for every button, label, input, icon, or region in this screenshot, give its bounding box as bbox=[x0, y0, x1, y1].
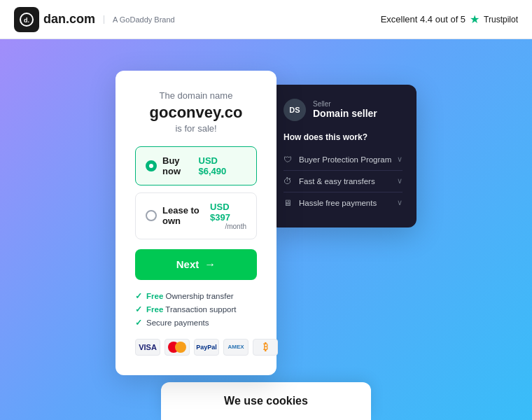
shield-icon: 🛡 bbox=[284, 155, 293, 164]
seller-avatar: DS bbox=[284, 99, 306, 121]
header-left: d. dan.com A GoDaddy Brand bbox=[14, 7, 175, 32]
star-icon: ★ bbox=[470, 13, 479, 26]
buy-now-label: Buy now bbox=[162, 155, 199, 176]
payments-text: Hassle free payments bbox=[299, 199, 377, 207]
chevron-down-icon-1: ∨ bbox=[397, 155, 402, 164]
transfers-text: Fast & easy transfers bbox=[299, 177, 375, 186]
lease-option[interactable]: Lease to own USD $397 /month bbox=[135, 192, 257, 239]
chevron-down-icon-3: ∨ bbox=[397, 198, 402, 207]
arrow-icon: → bbox=[204, 258, 216, 271]
how-item-left-3: 🖥 Hassle free payments bbox=[284, 198, 377, 208]
seller-label: Seller bbox=[313, 100, 377, 108]
cookie-title: We use cookies bbox=[224, 395, 308, 407]
amex-icon: AMEX bbox=[223, 339, 248, 356]
godaddy-brand: A GoDaddy Brand bbox=[104, 15, 175, 24]
seller-name: Domain seller bbox=[313, 108, 377, 119]
clock-icon: ⏱ bbox=[284, 176, 293, 186]
dan-logo[interactable]: d. dan.com bbox=[14, 7, 95, 32]
rating-text: Excellent 4.4 out of 5 bbox=[381, 14, 465, 24]
visa-icon: VISA bbox=[135, 339, 160, 356]
lease-label: Lease to own bbox=[162, 205, 210, 226]
check-icon-1: ✓ bbox=[135, 291, 142, 301]
bitcoin-icon: ₿ bbox=[253, 339, 278, 356]
main-content: The domain name goconvey.co is for sale!… bbox=[0, 39, 532, 420]
buy-now-option[interactable]: Buy now USD $6,490 bbox=[135, 146, 257, 186]
lease-price: USD $397 bbox=[210, 202, 246, 223]
feature-secure: ✓ Secure payments bbox=[135, 318, 257, 328]
how-item-transfers[interactable]: ⏱ Fast & easy transfers ∨ bbox=[284, 171, 402, 192]
cookie-banner: We use cookies bbox=[161, 382, 371, 420]
feature-transaction: ✓ Free Transaction support bbox=[135, 304, 257, 314]
how-item-left-2: ⏱ Fast & easy transfers bbox=[284, 176, 375, 186]
feature-ownership: ✓ Free Ownership transfer bbox=[135, 291, 257, 301]
for-sale-text: is for sale! bbox=[135, 123, 257, 134]
how-item-protection[interactable]: 🛡 Buyer Protection Program ∨ bbox=[284, 149, 402, 171]
card-container: The domain name goconvey.co is for sale!… bbox=[115, 71, 416, 375]
svg-text:d.: d. bbox=[24, 17, 29, 24]
logo-text: dan.com bbox=[43, 12, 95, 27]
how-works-title: How does this work? bbox=[284, 132, 402, 142]
buy-now-radio[interactable] bbox=[146, 160, 157, 172]
lease-radio[interactable] bbox=[146, 210, 157, 221]
header-right: Excellent 4.4 out of 5 ★ Trustpilot bbox=[381, 13, 518, 26]
monitor-icon: 🖥 bbox=[284, 198, 293, 208]
seller-info: Seller Domain seller bbox=[313, 100, 377, 119]
radio-dot bbox=[149, 164, 153, 168]
seller-card: DS Seller Domain seller How does this wo… bbox=[270, 85, 416, 227]
trustpilot-text: Trustpilot bbox=[484, 15, 518, 24]
chevron-down-icon-2: ∨ bbox=[397, 176, 402, 186]
buy-now-price: USD $6,490 bbox=[199, 155, 246, 176]
seller-header: DS Seller Domain seller bbox=[284, 99, 402, 121]
next-button[interactable]: Next → bbox=[135, 249, 257, 280]
next-button-label: Next bbox=[176, 258, 200, 270]
how-item-left-1: 🛡 Buyer Protection Program bbox=[284, 155, 391, 164]
lease-period: /month bbox=[210, 223, 246, 230]
features-list: ✓ Free Ownership transfer ✓ Free Transac… bbox=[135, 291, 257, 328]
check-icon-2: ✓ bbox=[135, 304, 142, 314]
domain-subtitle: The domain name bbox=[135, 90, 257, 101]
domain-sale-card: The domain name goconvey.co is for sale!… bbox=[115, 71, 276, 375]
check-icon-3: ✓ bbox=[135, 318, 142, 328]
paypal-icon: PayPal bbox=[194, 339, 219, 356]
dan-logo-icon: d. bbox=[14, 7, 39, 32]
site-header: d. dan.com A GoDaddy Brand Excellent 4.4… bbox=[0, 0, 532, 39]
protection-text: Buyer Protection Program bbox=[299, 155, 391, 164]
mastercard-icon bbox=[164, 339, 190, 356]
how-item-payments[interactable]: 🖥 Hassle free payments ∨ bbox=[284, 192, 402, 214]
domain-name: goconvey.co bbox=[135, 104, 257, 122]
payment-methods: VISA PayPal AMEX ₿ bbox=[135, 339, 257, 356]
